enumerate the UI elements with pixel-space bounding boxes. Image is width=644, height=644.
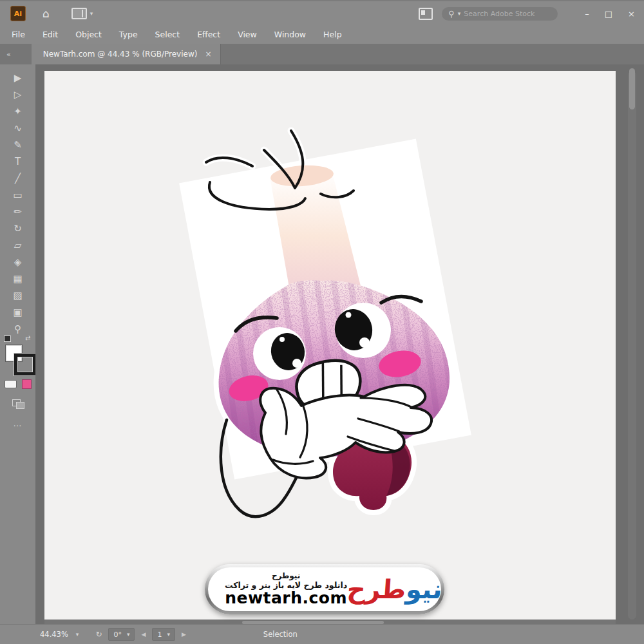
lasso-tool-icon[interactable]: ∿ [11, 124, 25, 133]
zoom-level-value[interactable]: 44.43% [40, 630, 68, 639]
titlebar: Ai ⌂ ▾ ⚲ ▾ Search Adobe Stock – □ × [0, 0, 644, 26]
document-tabbar: « NewTarh.com @ 44.43 % (RGB/Preview) × [0, 44, 644, 64]
tab-close-icon[interactable]: × [205, 50, 211, 59]
illustrator-app-icon[interactable]: Ai [10, 6, 26, 21]
arrange-documents-button[interactable]: ▾ [71, 8, 93, 19]
stroke-color-swatch[interactable] [14, 354, 36, 375]
rotation-field[interactable]: 0° ▾ [108, 628, 135, 641]
canvas[interactable] [44, 71, 616, 620]
search-input[interactable]: ⚲ ▾ Search Adobe Stock [442, 7, 558, 21]
menu-effect[interactable]: Effect [197, 30, 220, 39]
artboard-navigation-field[interactable]: 1 ▾ [152, 628, 175, 641]
chevron-down-icon: ▾ [90, 11, 93, 17]
zoom-caret-icon[interactable]: ▾ [76, 632, 79, 638]
gradient-mode-button[interactable] [22, 379, 32, 389]
type-tool-icon[interactable]: T [11, 157, 25, 167]
menu-edit[interactable]: Edit [43, 30, 58, 39]
gradient-tool-icon[interactable]: ▨ [11, 291, 25, 301]
menu-help[interactable]: Help [323, 30, 342, 39]
document-tab-title: NewTarh.com @ 44.43 % (RGB/Preview) [43, 50, 198, 59]
rotate-tool-icon[interactable]: ↻ [11, 224, 25, 234]
search-caret-icon: ▾ [458, 11, 461, 17]
pen-tool-icon[interactable]: ✎ [11, 140, 25, 150]
zoom-tool-icon[interactable]: ⚲ [11, 325, 25, 334]
maximize-button[interactable]: □ [605, 10, 612, 18]
document-layout-icon [71, 8, 87, 19]
previous-artboard-icon[interactable]: ◀ [141, 631, 146, 638]
edit-toolbar-button[interactable]: … [14, 419, 23, 428]
menubar: File Edit Object Type Select Effect View… [0, 24, 644, 44]
document-window [35, 64, 644, 625]
next-artboard-icon[interactable]: ▶ [182, 631, 186, 638]
rotation-value: 0° [113, 630, 122, 639]
close-button[interactable]: × [628, 10, 635, 18]
menu-select[interactable]: Select [155, 30, 180, 39]
mesh-tool-icon[interactable]: ▦ [11, 274, 25, 284]
rotation-icon: ↻ [95, 630, 102, 639]
vertical-scrollbar-thumb[interactable] [629, 68, 635, 109]
menu-type[interactable]: Type [119, 30, 138, 39]
selection-tool-icon[interactable]: ▶ [11, 73, 25, 83]
rectangle-tool-icon[interactable]: ▭ [11, 191, 25, 200]
menu-file[interactable]: File [12, 30, 25, 39]
home-icon[interactable]: ⌂ [43, 8, 50, 19]
menu-object[interactable]: Object [75, 30, 102, 39]
default-fill-stroke-icon[interactable] [4, 336, 11, 342]
color-mode-button[interactable] [5, 380, 17, 388]
magic-wand-tool-icon[interactable]: ✦ [11, 107, 25, 117]
artboard-number: 1 [157, 630, 162, 639]
shape-builder-tool-icon[interactable]: ◈ [11, 258, 25, 267]
menu-view[interactable]: View [238, 30, 257, 39]
fill-stroke-widget: ⇄ [5, 343, 31, 370]
paintbrush-tool-icon[interactable]: ✏ [11, 207, 25, 217]
tools-panel: ▶ ▷ ✦ ∿ ✎ T ╱ ▭ ✏ ↻ ▱ ◈ ▦ ▨ ▣ ⚲ ⇄ … [0, 64, 36, 625]
newtarh-watermark-badge: نیوطرح دانلود طرح لایه باز بنر و تراکت n… [205, 564, 444, 614]
onion-character-artwork [44, 71, 616, 620]
artboard-tool-icon[interactable]: ▣ [11, 308, 25, 317]
line-segment-tool-icon[interactable]: ╱ [11, 174, 25, 184]
newtarh-logo: نیوطرح [346, 576, 444, 602]
menu-window[interactable]: Window [274, 30, 306, 39]
minimize-button[interactable]: – [585, 10, 589, 18]
watermark-brand-text: نیوطرح [272, 572, 300, 581]
tab-overflow-icon[interactable]: « [0, 50, 16, 59]
artboard-caret-icon: ▾ [167, 632, 170, 638]
scale-tool-icon[interactable]: ▱ [11, 241, 25, 251]
logo-blue-part: نیو [405, 574, 444, 604]
share-document-icon[interactable] [419, 8, 433, 20]
drawing-modes-button[interactable] [12, 399, 24, 408]
statusbar: 44.43% ▾ ↻ 0° ▾ ◀ 1 ▾ ▶ Selection [0, 624, 644, 644]
logo-red-part: طرح [346, 574, 408, 604]
vertical-scrollbar[interactable] [628, 71, 636, 620]
direct-selection-tool-icon[interactable]: ▷ [11, 90, 25, 100]
swap-fill-stroke-icon[interactable]: ⇄ [25, 334, 30, 341]
rotation-caret-icon: ▾ [127, 632, 130, 638]
watermark-domain-text: newtarh.com [225, 590, 347, 607]
search-icon: ⚲ [448, 10, 455, 18]
document-tab[interactable]: NewTarh.com @ 44.43 % (RGB/Preview) × [32, 44, 222, 64]
search-placeholder: Search Adobe Stock [464, 10, 535, 18]
current-tool-status: Selection [263, 630, 298, 639]
